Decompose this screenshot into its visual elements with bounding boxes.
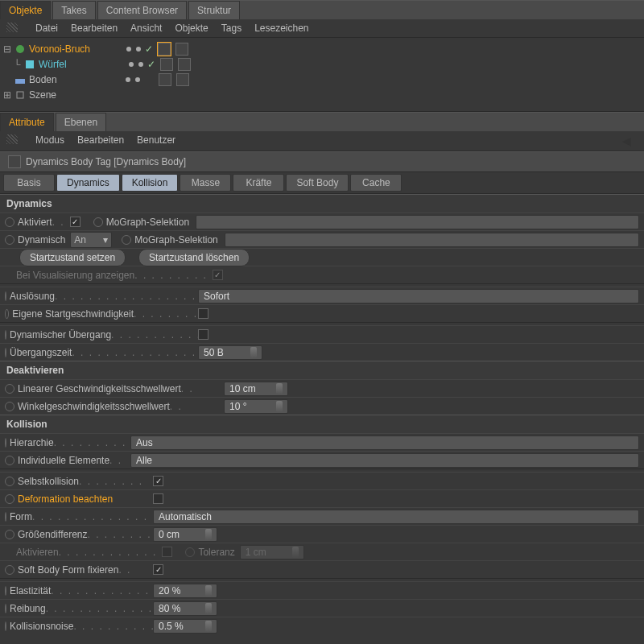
menu-objekte[interactable]: Objekte bbox=[175, 23, 208, 34]
spinner-icon[interactable] bbox=[205, 603, 212, 614]
subtab-masse[interactable]: Masse bbox=[180, 174, 231, 192]
anim-dot-icon[interactable] bbox=[5, 530, 14, 539]
object-name[interactable]: Boden bbox=[29, 74, 57, 85]
checkbox-dyn-ueber[interactable] bbox=[198, 329, 208, 340]
object-name[interactable]: Szene bbox=[29, 89, 56, 101]
anim-dot-icon[interactable] bbox=[93, 217, 103, 227]
spinner-icon[interactable] bbox=[205, 621, 212, 632]
anim-dot-icon[interactable] bbox=[5, 565, 14, 575]
anim-dot-icon[interactable] bbox=[5, 217, 14, 227]
anim-dot-icon[interactable] bbox=[5, 384, 14, 394]
anim-dot-icon[interactable] bbox=[5, 604, 6, 613]
select-hierarchie[interactable]: Aus bbox=[130, 436, 639, 450]
btn-startzustand-loeschen[interactable]: Startzustand löschen bbox=[138, 249, 250, 266]
spinner-icon[interactable] bbox=[205, 529, 212, 540]
layer-dot-icon[interactable] bbox=[129, 62, 134, 67]
menu-benutzer[interactable]: Benutzer bbox=[137, 134, 175, 147]
checkbox-aktiviert[interactable]: ✓ bbox=[70, 217, 80, 227]
enable-check-icon[interactable]: ✓ bbox=[147, 59, 155, 70]
tab-attribute[interactable]: Attribute bbox=[0, 113, 54, 131]
row-dynamisch: Dynamisch An▾ MoGraph-Selektion bbox=[0, 230, 644, 248]
tab-content-browser[interactable]: Content Browser bbox=[97, 1, 187, 19]
layer-dot-icon[interactable] bbox=[126, 47, 131, 52]
tag-icon[interactable] bbox=[159, 73, 171, 86]
anim-dot-icon[interactable] bbox=[5, 291, 6, 301]
checkbox-eigene-start[interactable] bbox=[198, 308, 208, 319]
menu-bearbeiten[interactable]: Bearbeiten bbox=[71, 23, 118, 34]
menu-modus[interactable]: Modus bbox=[35, 134, 64, 147]
checkbox-bei-vis: ✓ bbox=[213, 270, 223, 280]
nav-arrow-icon[interactable]: ◀ bbox=[622, 134, 638, 147]
tree-row-voronoi[interactable]: ⊟ Voronoi-Bruch ✓ bbox=[3, 41, 641, 56]
object-name[interactable]: Voronoi-Bruch bbox=[29, 43, 90, 55]
dynamics-tag-icon[interactable] bbox=[158, 43, 171, 56]
render-dot-icon[interactable] bbox=[135, 77, 140, 82]
tree-row-boden[interactable]: Boden bbox=[3, 72, 641, 87]
render-dot-icon[interactable] bbox=[136, 47, 141, 52]
checkbox-softbody-fix[interactable]: ✓ bbox=[153, 564, 163, 575]
mograph-sel-field[interactable] bbox=[196, 215, 639, 229]
anim-dot-icon[interactable] bbox=[5, 512, 6, 522]
menu-lesezeichen[interactable]: Lesezeichen bbox=[254, 23, 308, 34]
tab-ebenen[interactable]: Ebenen bbox=[56, 113, 106, 131]
tag-icon[interactable] bbox=[178, 58, 191, 71]
tab-objekte[interactable]: Objekte bbox=[0, 1, 51, 19]
label-deform: Deformation beachten bbox=[18, 493, 113, 505]
subtab-kollision[interactable]: Kollision bbox=[122, 174, 179, 192]
expand-icon[interactable]: ⊟ bbox=[3, 43, 11, 55]
anim-dot-icon[interactable] bbox=[122, 235, 131, 245]
select-ausloesung[interactable]: Sofort bbox=[198, 289, 639, 303]
tree-row-wuerfel[interactable]: └ Würfel ✓ bbox=[3, 56, 641, 72]
tag-icon[interactable] bbox=[160, 58, 173, 71]
btn-startzustand-setzen[interactable]: Startzustand setzen bbox=[19, 249, 126, 266]
field-elast[interactable]: 20 % bbox=[153, 584, 217, 598]
tag-icon[interactable] bbox=[175, 43, 188, 56]
anim-dot-icon[interactable] bbox=[5, 586, 6, 596]
menu-ansicht[interactable]: Ansicht bbox=[130, 23, 162, 34]
spinner-icon[interactable] bbox=[276, 401, 283, 412]
spinner-icon[interactable] bbox=[276, 383, 283, 394]
label-aktiviert: Aktiviert bbox=[18, 217, 52, 228]
subtab-kraefte[interactable]: Kräfte bbox=[233, 174, 284, 192]
field-lin-gesch[interactable]: 10 cm bbox=[224, 382, 288, 396]
select-dynamisch[interactable]: An▾ bbox=[70, 232, 112, 248]
menu-bearbeiten[interactable]: Bearbeiten bbox=[77, 134, 124, 147]
menu-datei[interactable]: Datei bbox=[35, 23, 58, 34]
menu-tags[interactable]: Tags bbox=[221, 23, 242, 34]
field-kollnoise[interactable]: 0.5 % bbox=[153, 619, 217, 634]
field-uebergangszeit[interactable]: 50 B bbox=[198, 345, 262, 360]
anim-dot-icon[interactable] bbox=[5, 348, 6, 357]
subtab-softbody[interactable]: Soft Body bbox=[286, 174, 349, 192]
spinner-icon[interactable] bbox=[205, 585, 212, 597]
anim-dot-icon[interactable] bbox=[5, 438, 6, 448]
subtab-cache[interactable]: Cache bbox=[350, 174, 402, 192]
field-groessen[interactable]: 0 cm bbox=[153, 527, 217, 542]
anim-dot-icon[interactable] bbox=[5, 477, 14, 486]
subtab-dynamics[interactable]: Dynamics bbox=[56, 174, 120, 192]
anim-dot-icon[interactable] bbox=[5, 621, 6, 631]
anim-dot-icon[interactable] bbox=[5, 330, 6, 340]
tree-row-szene[interactable]: ⊞ Szene bbox=[3, 87, 641, 102]
anim-dot-icon[interactable] bbox=[5, 402, 14, 411]
field-wink-gesch[interactable]: 10 ° bbox=[224, 399, 288, 414]
expand-icon[interactable]: ⊞ bbox=[3, 89, 11, 101]
tag-icon[interactable] bbox=[176, 73, 189, 86]
anim-dot-icon[interactable] bbox=[5, 235, 14, 245]
select-indiv[interactable]: Alle bbox=[130, 453, 639, 468]
tab-struktur[interactable]: Struktur bbox=[188, 1, 240, 19]
checkbox-selbst[interactable]: ✓ bbox=[153, 476, 163, 486]
field-reibung[interactable]: 80 % bbox=[153, 601, 217, 616]
object-name[interactable]: Würfel bbox=[39, 59, 67, 70]
mograph-sel-field2[interactable] bbox=[225, 233, 639, 247]
layer-dot-icon[interactable] bbox=[126, 77, 130, 82]
render-dot-icon[interactable] bbox=[138, 62, 143, 67]
anim-dot-icon[interactable] bbox=[5, 456, 14, 465]
spinner-icon[interactable] bbox=[250, 347, 257, 358]
checkbox-deform[interactable] bbox=[153, 493, 163, 504]
select-form[interactable]: Automatisch bbox=[153, 510, 639, 524]
enable-check-icon[interactable]: ✓ bbox=[145, 43, 153, 55]
anim-dot-icon[interactable] bbox=[5, 309, 9, 319]
tab-takes[interactable]: Takes bbox=[52, 1, 95, 19]
anim-dot-icon[interactable] bbox=[5, 494, 14, 504]
subtab-basis[interactable]: Basis bbox=[3, 174, 55, 192]
